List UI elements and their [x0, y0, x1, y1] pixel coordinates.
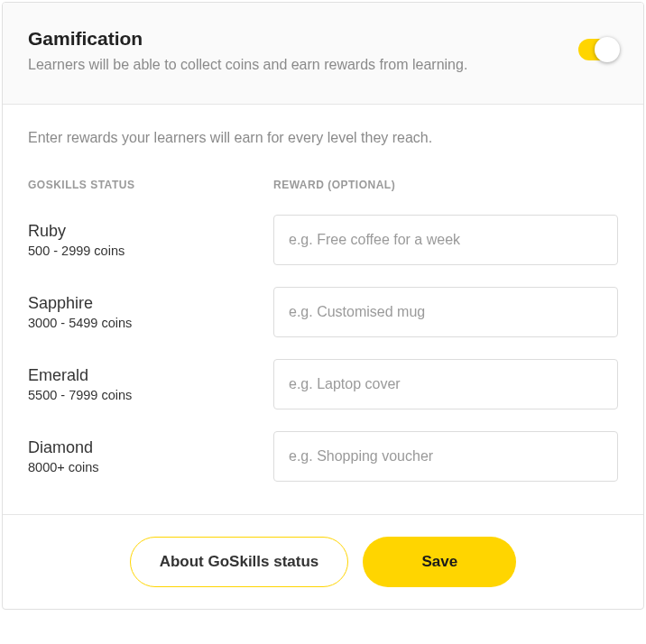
status-range: 500 - 2999 coins	[28, 243, 273, 260]
card-header: Gamification Learners will be able to co…	[3, 3, 643, 105]
reward-cell	[273, 215, 618, 265]
reward-column-header: REWARD (OPTIONAL)	[273, 179, 395, 191]
reward-cell	[273, 431, 618, 482]
card-body: Enter rewards your learners will earn fo…	[3, 105, 643, 514]
columns-header: GOSKILLS STATUS REWARD (OPTIONAL)	[28, 179, 618, 191]
card-footer: About GoSkills status Save	[3, 514, 643, 609]
reward-cell	[273, 287, 618, 337]
status-column-header: GOSKILLS STATUS	[28, 179, 273, 191]
status-range: 5500 - 7999 coins	[28, 387, 273, 404]
status-cell: Emerald 5500 - 7999 coins	[28, 365, 273, 403]
level-row-ruby: Ruby 500 - 2999 coins	[28, 215, 618, 265]
status-cell: Sapphire 3000 - 5499 coins	[28, 293, 273, 331]
status-name: Emerald	[28, 365, 273, 386]
section-subtitle: Learners will be able to collect coins a…	[28, 55, 578, 75]
reward-input-emerald[interactable]	[273, 359, 618, 409]
section-title: Gamification	[28, 28, 578, 50]
reward-cell	[273, 359, 618, 409]
about-status-button[interactable]: About GoSkills status	[130, 537, 349, 587]
status-name: Ruby	[28, 221, 273, 242]
reward-input-sapphire[interactable]	[273, 287, 618, 337]
reward-input-diamond[interactable]	[273, 431, 618, 482]
reward-input-ruby[interactable]	[273, 215, 618, 265]
gamification-toggle[interactable]	[578, 39, 618, 60]
status-name: Sapphire	[28, 293, 273, 314]
body-description: Enter rewards your learners will earn fo…	[28, 130, 618, 146]
status-range: 8000+ coins	[28, 459, 273, 476]
level-row-sapphire: Sapphire 3000 - 5499 coins	[28, 287, 618, 337]
header-text-block: Gamification Learners will be able to co…	[28, 28, 578, 75]
save-button[interactable]: Save	[363, 537, 516, 587]
level-row-diamond: Diamond 8000+ coins	[28, 431, 618, 482]
toggle-knob	[595, 37, 620, 62]
status-cell: Ruby 500 - 2999 coins	[28, 221, 273, 259]
status-range: 3000 - 5499 coins	[28, 315, 273, 332]
level-row-emerald: Emerald 5500 - 7999 coins	[28, 359, 618, 409]
gamification-card: Gamification Learners will be able to co…	[2, 2, 644, 610]
status-cell: Diamond 8000+ coins	[28, 437, 273, 475]
status-name: Diamond	[28, 437, 273, 458]
